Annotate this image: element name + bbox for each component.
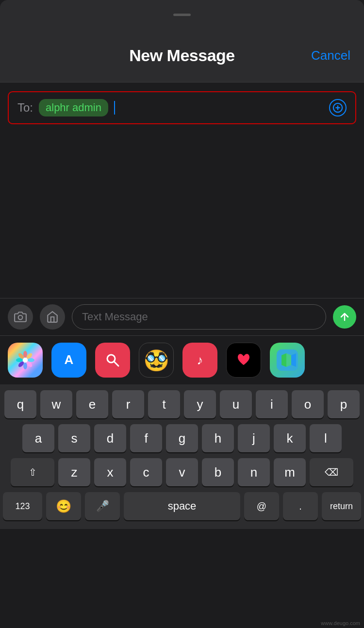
mic-key[interactable]: 🎤 bbox=[85, 492, 120, 520]
add-recipient-button[interactable] bbox=[329, 99, 347, 116]
numbers-key[interactable]: 123 bbox=[3, 492, 42, 520]
key-r[interactable]: r bbox=[112, 390, 144, 418]
key-o[interactable]: o bbox=[292, 390, 324, 418]
svg-point-11 bbox=[16, 358, 23, 362]
space-key[interactable]: space bbox=[124, 492, 240, 520]
keyboard-row-4: 123 😊 🎤 space @ . return bbox=[3, 492, 361, 520]
key-e[interactable]: e bbox=[76, 390, 108, 418]
delete-key[interactable]: ⌫ bbox=[310, 458, 353, 486]
key-q[interactable]: q bbox=[4, 390, 36, 418]
key-t[interactable]: t bbox=[148, 390, 180, 418]
recipient-tag[interactable]: alphr admin bbox=[39, 99, 108, 116]
key-z[interactable]: z bbox=[58, 458, 90, 486]
at-key[interactable]: @ bbox=[244, 492, 279, 520]
key-m[interactable]: m bbox=[274, 458, 306, 486]
svg-rect-16 bbox=[102, 349, 123, 371]
key-y[interactable]: y bbox=[184, 390, 216, 418]
svg-point-13 bbox=[23, 358, 28, 363]
to-field-wrapper: To: alphr admin bbox=[0, 83, 364, 133]
key-v[interactable]: v bbox=[166, 458, 198, 486]
svg-marker-25 bbox=[291, 353, 296, 367]
key-u[interactable]: u bbox=[220, 390, 252, 418]
input-bar: Text Message bbox=[0, 298, 364, 335]
svg-point-9 bbox=[23, 363, 27, 369]
to-label: To: bbox=[17, 101, 33, 115]
message-placeholder: Text Message bbox=[82, 311, 148, 323]
keyboard-row-2: a s d f g h j k l bbox=[3, 424, 361, 452]
search-app-icon[interactable] bbox=[95, 343, 130, 378]
key-k[interactable]: k bbox=[274, 424, 306, 452]
message-input[interactable]: Text Message bbox=[72, 304, 326, 330]
header: New Message Cancel bbox=[0, 29, 364, 83]
app-store-button[interactable] bbox=[40, 304, 65, 330]
key-s[interactable]: s bbox=[58, 424, 90, 452]
emoji-key[interactable]: 😊 bbox=[46, 492, 81, 520]
key-p[interactable]: p bbox=[328, 390, 360, 418]
camera-button[interactable] bbox=[8, 304, 33, 330]
key-l[interactable]: l bbox=[310, 424, 342, 452]
svg-marker-24 bbox=[281, 353, 286, 367]
key-d[interactable]: d bbox=[94, 424, 126, 452]
send-button[interactable] bbox=[333, 305, 356, 329]
memoji-app-icon[interactable]: 🥸 bbox=[139, 343, 174, 378]
key-g[interactable]: g bbox=[166, 424, 198, 452]
key-b[interactable]: b bbox=[202, 458, 234, 486]
appstore-app-icon[interactable]: A bbox=[51, 343, 86, 378]
photos-app-icon[interactable] bbox=[8, 343, 43, 378]
key-a[interactable]: a bbox=[22, 424, 54, 452]
key-h[interactable]: h bbox=[202, 424, 234, 452]
keyboard-row-1: q w e r t y u i o p bbox=[3, 390, 361, 418]
key-j[interactable]: j bbox=[238, 424, 270, 452]
shift-key[interactable]: ⇧ bbox=[11, 458, 54, 486]
svg-text:♪: ♪ bbox=[197, 353, 203, 367]
svg-point-7 bbox=[28, 358, 34, 362]
key-f[interactable]: f bbox=[130, 424, 162, 452]
svg-point-5 bbox=[23, 351, 27, 358]
period-key[interactable]: . bbox=[283, 492, 318, 520]
page-title: New Message bbox=[129, 46, 235, 65]
key-c[interactable]: c bbox=[130, 458, 162, 486]
app-icons-row: A 🥸 ♪ bbox=[0, 335, 364, 384]
key-i[interactable]: i bbox=[256, 390, 288, 418]
svg-text:A: A bbox=[65, 352, 74, 367]
message-area bbox=[0, 133, 364, 298]
text-cursor bbox=[114, 101, 115, 115]
cancel-button[interactable]: Cancel bbox=[311, 48, 350, 63]
key-n[interactable]: n bbox=[238, 458, 270, 486]
svg-point-3 bbox=[18, 315, 23, 320]
keyboard: q w e r t y u i o p a s d f g h j k l ⇧ … bbox=[0, 384, 364, 529]
key-x[interactable]: x bbox=[94, 458, 126, 486]
drag-handle bbox=[173, 14, 191, 16]
maps-app-icon[interactable] bbox=[270, 343, 305, 378]
return-key[interactable]: return bbox=[322, 492, 361, 520]
watermark: www.deugo.com bbox=[321, 620, 360, 626]
top-bar bbox=[0, 0, 364, 29]
music-app-icon[interactable]: ♪ bbox=[182, 343, 217, 378]
key-w[interactable]: w bbox=[40, 390, 72, 418]
to-field[interactable]: To: alphr admin bbox=[8, 91, 356, 124]
health-app-icon[interactable] bbox=[226, 343, 261, 378]
keyboard-row-3: ⇧ z x c v b n m ⌫ bbox=[3, 458, 361, 486]
